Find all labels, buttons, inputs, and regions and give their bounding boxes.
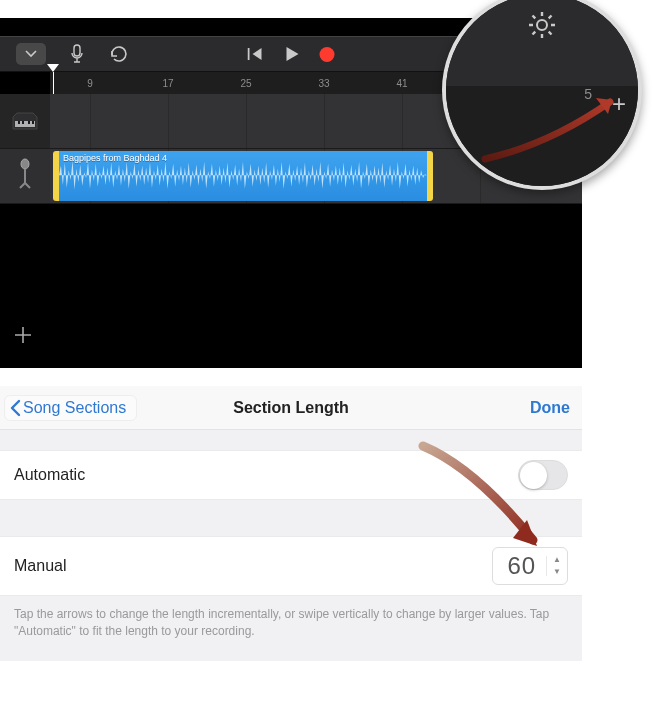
piano-icon (11, 109, 39, 133)
tutorial-arrow-icon (415, 438, 575, 568)
manual-label: Manual (14, 557, 66, 575)
svg-rect-3 (22, 121, 24, 124)
svg-rect-0 (74, 45, 80, 56)
svg-line-12 (533, 16, 536, 19)
svg-rect-2 (18, 121, 20, 124)
svg-point-7 (537, 20, 547, 30)
tick: 17 (162, 78, 173, 89)
tick: 9 (87, 78, 93, 89)
done-button[interactable]: Done (530, 399, 570, 417)
footer-hint: Tap the arrows to change the length incr… (0, 596, 582, 661)
gear-icon[interactable] (527, 10, 557, 44)
play-icon[interactable] (286, 46, 300, 62)
tick: 41 (396, 78, 407, 89)
stepper-down-icon[interactable]: ▼ (553, 568, 561, 576)
automatic-label: Automatic (14, 466, 85, 484)
add-track-button[interactable] (12, 324, 34, 350)
tick: 25 (240, 78, 251, 89)
track-header-mic[interactable] (0, 149, 50, 204)
rewind-icon[interactable] (248, 47, 266, 61)
microphone-stand-icon (17, 158, 33, 194)
svg-line-14 (533, 32, 536, 35)
record-button[interactable] (320, 47, 335, 62)
tutorial-arrow-icon (480, 84, 630, 164)
svg-rect-5 (32, 121, 34, 124)
tick: 33 (318, 78, 329, 89)
navbar: Song Sections Section Length Done (0, 386, 582, 430)
panel-title: Section Length (233, 399, 349, 417)
waveform-icon (59, 151, 427, 199)
tracks-view-button[interactable] (16, 43, 46, 65)
back-label: Song Sections (23, 399, 126, 417)
svg-line-15 (549, 16, 552, 19)
audio-region[interactable]: Bagpipes from Baghdad 4 (53, 151, 433, 201)
undo-icon[interactable] (108, 45, 128, 63)
microphone-icon[interactable] (70, 44, 84, 64)
track-header-piano[interactable] (0, 94, 50, 149)
svg-point-6 (21, 159, 29, 169)
svg-rect-4 (28, 121, 30, 124)
svg-line-13 (549, 32, 552, 35)
empty-area (0, 204, 582, 368)
back-button[interactable]: Song Sections (4, 395, 137, 421)
magnifier-callout: 5 + (442, 0, 652, 200)
